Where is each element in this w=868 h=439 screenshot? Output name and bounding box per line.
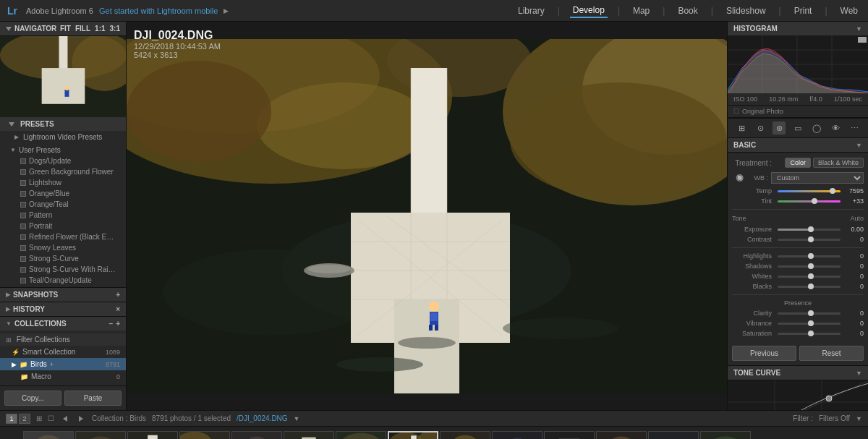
vibrance-track[interactable]	[778, 323, 841, 325]
radial-filter[interactable]: ◯	[810, 122, 823, 135]
collection-macro[interactable]: 📁 Macro 0	[0, 370, 126, 383]
tone-curve-header[interactable]: Tone Curve ▼	[728, 366, 868, 380]
film-thumb-13[interactable]	[648, 431, 699, 439]
color-btn[interactable]: Color	[785, 158, 811, 168]
grid-view-btn[interactable]: ⊞	[36, 414, 42, 422]
lr-video-presets-item[interactable]: ▶ Lightroom Video Presets	[0, 131, 126, 143]
copy-button[interactable]: Copy...	[4, 391, 61, 406]
film-thumb-1[interactable]	[23, 431, 74, 439]
reset-button[interactable]: Reset	[799, 346, 864, 361]
preset-orange-blue[interactable]: Orange/Blue	[0, 188, 126, 199]
nav-fill[interactable]: FILL	[75, 25, 90, 33]
red-eye[interactable]: 👁	[829, 122, 842, 135]
film-thumb-6[interactable]	[284, 431, 334, 439]
filter-collections[interactable]: ⊞ Filter Collections	[0, 333, 126, 346]
wb-dropper-icon[interactable]: 🔘	[732, 174, 746, 182]
nav-book[interactable]: Book	[675, 4, 700, 17]
whites-thumb[interactable]	[808, 273, 814, 279]
saturation-track[interactable]	[778, 333, 841, 335]
heal-tool[interactable]: ⊙	[754, 122, 767, 135]
nav-ratio2[interactable]: 3:1	[110, 25, 120, 33]
settings-menu[interactable]: ⋯	[848, 122, 861, 135]
highlights-track[interactable]	[778, 255, 841, 257]
film-thumb-7[interactable]	[336, 431, 386, 439]
nav-print[interactable]: Print	[791, 4, 815, 17]
wb-select[interactable]: Custom As Shot Auto Daylight Cloudy Shad…	[771, 172, 864, 184]
shadows-track[interactable]	[778, 265, 841, 268]
file-arrow[interactable]: ▼	[294, 415, 300, 422]
nav-slideshow[interactable]: Slideshow	[723, 4, 769, 17]
preset-dogs-update[interactable]: Dogs/Update	[0, 155, 126, 166]
bw-btn[interactable]: Black & White	[813, 158, 864, 168]
nav-web[interactable]: Web	[838, 4, 861, 17]
auto-btn[interactable]: Auto	[850, 215, 864, 222]
clarity-thumb[interactable]	[808, 310, 814, 316]
adjustment-brush[interactable]: ⊛	[773, 122, 786, 135]
film-thumb-11[interactable]	[544, 431, 595, 439]
graduated-filter[interactable]: ▭	[791, 122, 804, 135]
collection-smart[interactable]: ⚡ Smart Collection 1089	[0, 346, 126, 358]
paste-button[interactable]: Paste	[64, 391, 122, 406]
collection-birds[interactable]: ▶ 📁 Birds + 8791	[0, 358, 126, 370]
clarity-track[interactable]	[778, 312, 841, 315]
snapshots-add[interactable]: +	[116, 291, 120, 299]
highlights-thumb[interactable]	[808, 253, 814, 259]
collections-add[interactable]: +	[116, 320, 120, 328]
shadows-thumb[interactable]	[808, 263, 814, 269]
histogram-collapse[interactable]: ▼	[856, 25, 862, 33]
film-thumb-14[interactable]	[700, 431, 751, 439]
basic-collapse[interactable]: ▼	[856, 142, 862, 149]
page-2[interactable]: 2	[19, 414, 30, 424]
blacks-track[interactable]	[778, 286, 841, 288]
preset-pattern[interactable]: Pattern	[0, 210, 126, 221]
snapshots-header[interactable]: ▶ Snapshots +	[0, 288, 126, 302]
next-arrow[interactable]	[76, 414, 86, 424]
nav-ratio1[interactable]: 1:1	[95, 25, 105, 33]
saturation-thumb[interactable]	[808, 331, 814, 336]
preset-strong-s[interactable]: Strong S-Curve	[0, 253, 126, 264]
film-thumb-4[interactable]	[179, 431, 230, 439]
page-1[interactable]: 1	[6, 414, 17, 424]
nav-fit[interactable]: FIT	[60, 25, 71, 33]
exposure-thumb[interactable]	[808, 226, 814, 232]
preset-snowy[interactable]: Snowy Leaves	[0, 242, 126, 253]
temp-track[interactable]	[778, 190, 841, 192]
contrast-thumb[interactable]	[808, 236, 814, 242]
temp-thumb[interactable]	[830, 188, 835, 194]
presets-header[interactable]: Presets	[0, 117, 126, 131]
preset-strong-s-raised[interactable]: Strong S-Curve With Raised Bla...	[0, 264, 126, 275]
main-image-view[interactable]	[127, 22, 727, 410]
preset-portrait[interactable]: Portrait	[0, 221, 126, 231]
previous-button[interactable]: Previous	[732, 346, 796, 361]
filter-arrow[interactable]: ▼	[856, 415, 862, 422]
user-presets-label[interactable]: ▼ User Presets	[0, 145, 126, 155]
history-close[interactable]: ×	[116, 305, 120, 313]
preset-teal-orange[interactable]: Teal/OrangeUpdate	[0, 275, 126, 286]
nav-map[interactable]: Map	[630, 4, 652, 17]
film-thumb-3[interactable]	[127, 431, 178, 439]
exposure-track[interactable]	[778, 229, 841, 231]
crop-tool[interactable]: ⊞	[735, 122, 748, 135]
film-thumb-9[interactable]	[440, 431, 490, 439]
prev-arrow[interactable]	[60, 414, 70, 424]
preset-refined-flower[interactable]: Refined Flower (Black Eyed Sus...	[0, 231, 126, 242]
basic-section-header[interactable]: Basic ▼	[728, 138, 868, 153]
collections-minus[interactable]: –	[109, 320, 114, 328]
history-header[interactable]: ▶ History ×	[0, 302, 126, 316]
contrast-track[interactable]	[778, 239, 841, 241]
vibrance-thumb[interactable]	[808, 320, 814, 326]
loupe-view-btn[interactable]: ☐	[48, 414, 54, 422]
tint-thumb[interactable]	[812, 198, 817, 204]
nav-library[interactable]: Library	[515, 4, 548, 17]
film-thumb-10[interactable]	[492, 431, 542, 439]
tone-curve-collapse[interactable]: ▼	[856, 370, 862, 377]
film-thumb-12[interactable]	[596, 431, 647, 439]
film-thumb-8[interactable]	[388, 431, 438, 439]
mobile-promo[interactable]: Get started with Lightroom mobile	[99, 7, 218, 15]
film-thumb-2[interactable]	[75, 431, 126, 439]
preset-lightshow[interactable]: Lightshow	[0, 177, 126, 188]
collections-header[interactable]: ▼ Collections – +	[0, 317, 126, 331]
navigator-header[interactable]: Navigator FIT FILL 1:1 3:1	[0, 22, 126, 36]
nav-develop[interactable]: Develop	[570, 4, 608, 18]
preset-green-bg[interactable]: Green Background Flower	[0, 166, 126, 177]
